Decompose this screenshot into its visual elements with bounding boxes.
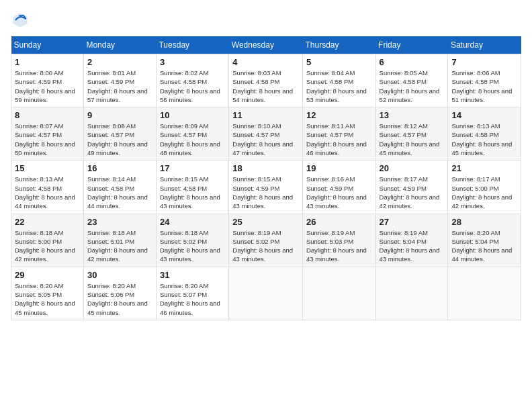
day-header-tuesday: Tuesday bbox=[156, 36, 228, 54]
day-header-thursday: Thursday bbox=[302, 36, 375, 54]
day-info: Sunrise: 8:13 AMSunset: 4:58 PMDaylight:… bbox=[451, 122, 517, 157]
calendar-cell: 7Sunrise: 8:06 AMSunset: 4:58 PMDaylight… bbox=[448, 54, 521, 107]
day-number: 21 bbox=[451, 163, 517, 173]
day-info: Sunrise: 8:10 AMSunset: 4:57 PMDaylight:… bbox=[232, 122, 299, 157]
day-info: Sunrise: 8:15 AMSunset: 4:59 PMDaylight:… bbox=[232, 175, 299, 210]
calendar-cell: 16Sunrise: 8:14 AMSunset: 4:58 PMDayligh… bbox=[83, 161, 156, 214]
logo-icon bbox=[11, 11, 30, 30]
calendar-week-row: 8Sunrise: 8:07 AMSunset: 4:57 PMDaylight… bbox=[11, 107, 521, 161]
calendar-cell: 27Sunrise: 8:19 AMSunset: 5:04 PMDayligh… bbox=[375, 214, 448, 267]
day-info: Sunrise: 8:15 AMSunset: 4:58 PMDaylight:… bbox=[160, 175, 225, 210]
calendar-cell bbox=[302, 267, 375, 320]
day-number: 15 bbox=[15, 163, 80, 173]
day-number: 22 bbox=[15, 217, 80, 227]
calendar-cell: 31Sunrise: 8:20 AMSunset: 5:07 PMDayligh… bbox=[156, 267, 228, 320]
calendar-cell: 13Sunrise: 8:12 AMSunset: 4:57 PMDayligh… bbox=[375, 107, 448, 161]
calendar-week-row: 22Sunrise: 8:18 AMSunset: 5:00 PMDayligh… bbox=[11, 214, 521, 267]
day-info: Sunrise: 8:11 AMSunset: 4:57 PMDaylight:… bbox=[306, 122, 372, 157]
calendar-cell: 5Sunrise: 8:04 AMSunset: 4:58 PMDaylight… bbox=[302, 54, 375, 107]
calendar-week-row: 29Sunrise: 8:20 AMSunset: 5:05 PMDayligh… bbox=[11, 267, 521, 320]
day-number: 8 bbox=[15, 110, 80, 120]
day-number: 11 bbox=[232, 110, 299, 120]
calendar-cell: 4Sunrise: 8:03 AMSunset: 4:58 PMDaylight… bbox=[229, 54, 303, 107]
calendar-cell: 21Sunrise: 8:17 AMSunset: 5:00 PMDayligh… bbox=[448, 161, 521, 214]
day-info: Sunrise: 8:18 AMSunset: 5:00 PMDaylight:… bbox=[15, 228, 80, 264]
day-number: 30 bbox=[87, 270, 152, 280]
calendar-cell: 9Sunrise: 8:08 AMSunset: 4:57 PMDaylight… bbox=[83, 107, 156, 161]
day-number: 4 bbox=[232, 57, 299, 67]
calendar-cell: 20Sunrise: 8:17 AMSunset: 4:59 PMDayligh… bbox=[375, 161, 448, 214]
day-number: 10 bbox=[160, 110, 225, 120]
day-number: 3 bbox=[160, 57, 225, 67]
day-info: Sunrise: 8:08 AMSunset: 4:57 PMDaylight:… bbox=[87, 122, 152, 157]
day-number: 13 bbox=[380, 110, 445, 120]
calendar-cell: 17Sunrise: 8:15 AMSunset: 4:58 PMDayligh… bbox=[156, 161, 228, 214]
calendar-table: SundayMondayTuesdayWednesdayThursdayFrid… bbox=[11, 36, 521, 320]
day-number: 19 bbox=[306, 163, 372, 173]
day-info: Sunrise: 8:17 AMSunset: 5:00 PMDaylight:… bbox=[451, 175, 517, 210]
day-number: 16 bbox=[87, 163, 152, 173]
day-info: Sunrise: 8:19 AMSunset: 5:04 PMDaylight:… bbox=[380, 228, 445, 264]
day-header-sunday: Sunday bbox=[11, 36, 84, 54]
day-number: 5 bbox=[306, 57, 372, 67]
calendar-cell bbox=[448, 267, 521, 320]
calendar-cell: 15Sunrise: 8:13 AMSunset: 4:58 PMDayligh… bbox=[11, 161, 84, 214]
day-header-friday: Friday bbox=[375, 36, 448, 54]
day-number: 7 bbox=[451, 57, 517, 67]
day-number: 2 bbox=[87, 57, 152, 67]
day-number: 20 bbox=[380, 163, 445, 173]
day-number: 14 bbox=[451, 110, 517, 120]
day-info: Sunrise: 8:02 AMSunset: 4:58 PMDaylight:… bbox=[160, 68, 225, 104]
calendar-cell: 6Sunrise: 8:05 AMSunset: 4:58 PMDaylight… bbox=[375, 54, 448, 107]
day-number: 1 bbox=[15, 57, 80, 67]
day-info: Sunrise: 8:20 AMSunset: 5:05 PMDaylight:… bbox=[15, 281, 80, 317]
day-number: 9 bbox=[87, 110, 152, 120]
day-number: 25 bbox=[232, 217, 299, 227]
day-info: Sunrise: 8:20 AMSunset: 5:07 PMDaylight:… bbox=[160, 281, 225, 317]
day-info: Sunrise: 8:06 AMSunset: 4:58 PMDaylight:… bbox=[451, 68, 517, 104]
calendar-cell: 25Sunrise: 8:19 AMSunset: 5:02 PMDayligh… bbox=[229, 214, 303, 267]
day-info: Sunrise: 8:07 AMSunset: 4:57 PMDaylight:… bbox=[15, 122, 80, 157]
day-info: Sunrise: 8:04 AMSunset: 4:58 PMDaylight:… bbox=[306, 68, 372, 104]
calendar-cell: 19Sunrise: 8:16 AMSunset: 4:59 PMDayligh… bbox=[302, 161, 375, 214]
day-number: 29 bbox=[15, 270, 80, 280]
day-header-saturday: Saturday bbox=[448, 36, 521, 54]
calendar-cell: 1Sunrise: 8:00 AMSunset: 4:59 PMDaylight… bbox=[11, 54, 84, 107]
day-number: 28 bbox=[451, 217, 517, 227]
day-info: Sunrise: 8:12 AMSunset: 4:57 PMDaylight:… bbox=[380, 122, 445, 157]
day-info: Sunrise: 8:19 AMSunset: 5:03 PMDaylight:… bbox=[306, 228, 372, 264]
day-info: Sunrise: 8:16 AMSunset: 4:59 PMDaylight:… bbox=[306, 175, 372, 210]
calendar-cell: 2Sunrise: 8:01 AMSunset: 4:59 PMDaylight… bbox=[83, 54, 156, 107]
calendar-cell: 30Sunrise: 8:20 AMSunset: 5:06 PMDayligh… bbox=[83, 267, 156, 320]
day-info: Sunrise: 8:13 AMSunset: 4:58 PMDaylight:… bbox=[15, 175, 80, 210]
day-info: Sunrise: 8:19 AMSunset: 5:02 PMDaylight:… bbox=[232, 228, 299, 264]
calendar-header-row: SundayMondayTuesdayWednesdayThursdayFrid… bbox=[11, 36, 521, 54]
logo bbox=[11, 11, 31, 30]
day-info: Sunrise: 8:20 AMSunset: 5:06 PMDaylight:… bbox=[87, 281, 152, 317]
day-number: 31 bbox=[160, 270, 225, 280]
day-number: 26 bbox=[306, 217, 372, 227]
day-info: Sunrise: 8:00 AMSunset: 4:59 PMDaylight:… bbox=[15, 68, 80, 104]
day-header-monday: Monday bbox=[83, 36, 156, 54]
calendar-cell: 8Sunrise: 8:07 AMSunset: 4:57 PMDaylight… bbox=[11, 107, 84, 161]
calendar-cell: 23Sunrise: 8:18 AMSunset: 5:01 PMDayligh… bbox=[83, 214, 156, 267]
calendar-week-row: 1Sunrise: 8:00 AMSunset: 4:59 PMDaylight… bbox=[11, 54, 521, 107]
day-info: Sunrise: 8:17 AMSunset: 4:59 PMDaylight:… bbox=[380, 175, 445, 210]
day-number: 27 bbox=[380, 217, 445, 227]
day-info: Sunrise: 8:09 AMSunset: 4:57 PMDaylight:… bbox=[160, 122, 225, 157]
calendar-week-row: 15Sunrise: 8:13 AMSunset: 4:58 PMDayligh… bbox=[11, 161, 521, 214]
day-info: Sunrise: 8:18 AMSunset: 5:01 PMDaylight:… bbox=[87, 228, 152, 264]
day-number: 23 bbox=[87, 217, 152, 227]
calendar-cell: 28Sunrise: 8:20 AMSunset: 5:04 PMDayligh… bbox=[448, 214, 521, 267]
calendar-cell: 10Sunrise: 8:09 AMSunset: 4:57 PMDayligh… bbox=[156, 107, 228, 161]
day-info: Sunrise: 8:20 AMSunset: 5:04 PMDaylight:… bbox=[451, 228, 517, 264]
day-number: 6 bbox=[380, 57, 445, 67]
calendar-cell bbox=[375, 267, 448, 320]
day-number: 17 bbox=[160, 163, 225, 173]
calendar-cell: 11Sunrise: 8:10 AMSunset: 4:57 PMDayligh… bbox=[229, 107, 303, 161]
day-info: Sunrise: 8:05 AMSunset: 4:58 PMDaylight:… bbox=[380, 68, 445, 104]
calendar-cell: 24Sunrise: 8:18 AMSunset: 5:02 PMDayligh… bbox=[156, 214, 228, 267]
day-info: Sunrise: 8:14 AMSunset: 4:58 PMDaylight:… bbox=[87, 175, 152, 210]
day-number: 18 bbox=[232, 163, 299, 173]
day-info: Sunrise: 8:18 AMSunset: 5:02 PMDaylight:… bbox=[160, 228, 225, 264]
